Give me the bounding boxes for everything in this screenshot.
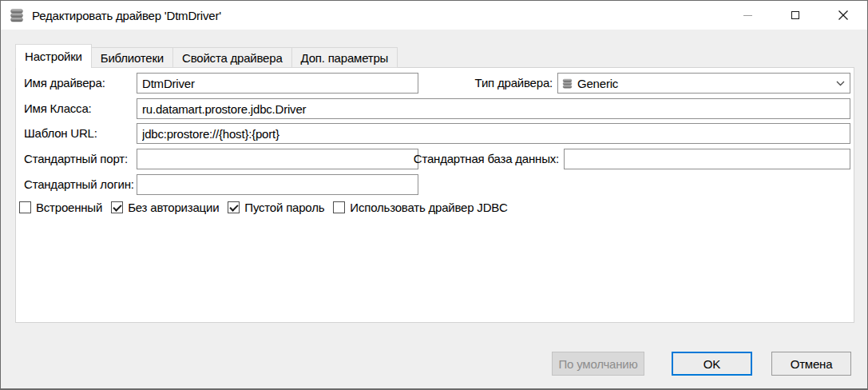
checkbox-box[interactable] (228, 201, 240, 213)
url-template-label: Шаблон URL: (24, 123, 97, 144)
checkbox-label: Встроенный (36, 201, 102, 214)
minimize-button[interactable] (723, 1, 771, 30)
checkbox-label: Использовать драйвер JDBC (350, 201, 507, 214)
settings-panel: Имя драйвера: Тип драйвера: Generic Имя … (15, 67, 854, 323)
ok-button[interactable]: OK (672, 352, 752, 376)
tab-bar: Настройки Библиотеки Свойста драйвера До… (15, 44, 397, 68)
titlebar[interactable]: Редактировать драйвер 'DtmDriver' (1, 1, 867, 30)
tab-extra-parameters[interactable]: Доп. параметры (291, 47, 398, 68)
tab-libraries[interactable]: Библиотеки (91, 47, 173, 68)
checkbox-box[interactable] (333, 201, 345, 213)
driver-type-value: Generic (577, 77, 618, 90)
checkbox-empty-password[interactable]: Пустой пароль (228, 201, 324, 214)
driver-name-input[interactable] (137, 73, 418, 94)
close-button[interactable] (819, 1, 867, 30)
default-user-label: Стандартный логин: (24, 174, 134, 195)
checkbox-label: Без авторизации (128, 201, 219, 214)
driver-flags-row: Встроенный Без авторизации Пустой пароль… (19, 200, 508, 214)
window-title: Редактировать драйвер 'DtmDriver' (32, 9, 221, 22)
chevron-down-icon (836, 81, 845, 86)
default-database-label: Стандартная база данных: (414, 149, 559, 169)
default-port-label: Стандартный порт: (24, 149, 128, 169)
class-name-label: Имя Класса: (24, 98, 92, 119)
default-port-input[interactable] (137, 149, 418, 169)
maximize-button[interactable] (771, 1, 819, 30)
checkbox-no-authentication[interactable]: Без авторизации (111, 201, 219, 214)
default-user-input[interactable] (137, 174, 418, 195)
checkbox-box[interactable] (19, 201, 31, 213)
tab-settings[interactable]: Настройки (15, 44, 92, 68)
cancel-button[interactable]: Отмена (771, 352, 851, 376)
class-name-input[interactable] (137, 98, 850, 119)
checkbox-embedded[interactable]: Встроенный (19, 201, 102, 214)
minimize-icon (743, 15, 752, 16)
maximize-icon (791, 11, 799, 19)
checkbox-label: Пустой пароль (244, 201, 324, 214)
checkbox-use-jdbc-driver[interactable]: Использовать драйвер JDBC (333, 201, 507, 214)
tab-driver-properties[interactable]: Свойста драйвера (172, 47, 292, 68)
close-icon (838, 10, 848, 20)
url-template-input[interactable] (137, 123, 850, 144)
database-icon (562, 78, 573, 89)
default-database-input[interactable] (564, 149, 850, 169)
database-icon (10, 8, 24, 22)
window-controls (723, 1, 867, 30)
driver-type-label: Тип драйвера: (475, 73, 553, 94)
driver-name-label: Имя драйвера: (24, 73, 105, 94)
driver-type-select[interactable]: Generic (557, 73, 850, 94)
defaults-button[interactable]: По умолчанию (552, 352, 644, 376)
checkbox-box[interactable] (111, 201, 123, 213)
edit-driver-dialog: Редактировать драйвер 'DtmDriver' Настро… (0, 0, 868, 390)
